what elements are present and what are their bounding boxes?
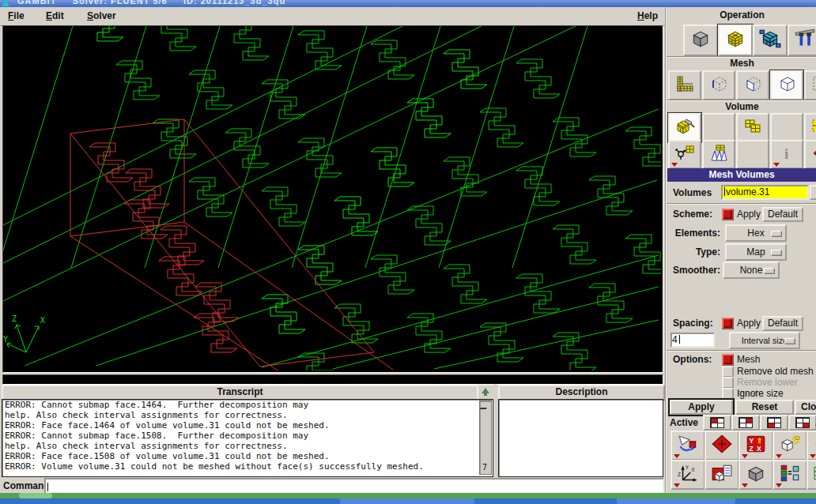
smooth-volume-icon [708, 143, 729, 164]
volumes-pick-button[interactable] [810, 185, 816, 200]
scheme-label: Scheme: [673, 209, 712, 220]
align-axes-button[interactable]: Y ⇑ Z X [739, 431, 773, 461]
svg-text:Z: Z [678, 472, 681, 477]
option-mesh-toggle[interactable] [722, 354, 734, 366]
volume-mesh-info-button[interactable]: i [770, 140, 803, 169]
graphics-viewport[interactable]: ZXY [2, 25, 663, 373]
red-arrow-icon [810, 143, 816, 164]
type-dropdown[interactable]: Map [725, 243, 787, 261]
face-mesh-icon [742, 73, 763, 94]
reset-button[interactable]: Reset [735, 400, 794, 415]
boundary-layer-mesh-button[interactable] [668, 70, 701, 100]
color-code-button[interactable] [773, 460, 807, 490]
volume-blank-button-1[interactable] [702, 113, 735, 142]
fit-to-window-button[interactable] [671, 431, 705, 461]
svg-text:Y: Y [749, 437, 754, 445]
transcript-scrollbar[interactable]: 7 [479, 401, 492, 475]
volume-blank-button-3[interactable] [736, 140, 769, 169]
transcript-log[interactable]: ERROR: Cannot submap face.1464. Further … [2, 399, 493, 477]
spacing-apply-toggle[interactable] [722, 318, 734, 329]
dropdown-triangle-icon [776, 454, 782, 458]
window-title: GAMBIT Solver: FLUENT 5/6 ID: 20111213_3… [17, 0, 285, 6]
render-mode-button[interactable] [739, 460, 773, 490]
option-remove-old-mesh-label: Remove old mesh [737, 366, 814, 377]
menu-file[interactable]: File [8, 10, 25, 21]
zones-command-button[interactable] [753, 24, 788, 56]
geometry-command-button[interactable] [683, 24, 718, 56]
orient-triad-button[interactable]: Y X Z [671, 460, 705, 490]
volumes-input[interactable]: volume.31 [721, 185, 809, 200]
menu-solver[interactable]: Solver [87, 10, 116, 21]
app-icon [2, 0, 9, 6]
option-remove-old-mesh-toggle[interactable] [722, 366, 734, 378]
operation-section-title: Operation [667, 9, 816, 21]
edge-mesh-icon [708, 73, 729, 94]
volume-mesh-button[interactable] [770, 70, 803, 100]
center-view-button[interactable] [705, 431, 739, 461]
operation-panel: Operation [665, 7, 816, 491]
stitch-volume-button[interactable] [804, 113, 816, 142]
color-legend-icon [779, 463, 801, 483]
render-cube-icon [745, 463, 767, 483]
smoother-label: Smoother: [668, 265, 720, 276]
panel-sash[interactable] [493, 385, 497, 477]
examine-mesh-icon [813, 463, 816, 483]
scheme-default-button[interactable]: Default [762, 207, 803, 222]
svg-text:Y: Y [3, 335, 8, 344]
apply-button[interactable]: Apply [670, 400, 733, 415]
zones-cube-icon [759, 28, 781, 50]
light-cube-icon [779, 434, 801, 454]
option-ignore-size-functions-toggle[interactable] [722, 388, 734, 400]
quadrant-1-button[interactable] [703, 415, 731, 431]
tools-command-button[interactable] [788, 24, 816, 56]
group-mesh-button[interactable] [804, 70, 816, 100]
volume-section-title: Volume [667, 101, 816, 112]
spacing-default-button[interactable]: Default [762, 316, 803, 331]
mesh-command-button[interactable] [718, 24, 753, 56]
wireframe-canvas: ZXY [3, 26, 661, 370]
scheme-apply-toggle[interactable] [722, 209, 734, 220]
form-divider [667, 350, 816, 352]
command-input[interactable] [44, 478, 664, 494]
axis-triad-icon: Y X Z [677, 463, 699, 483]
form-divider [667, 203, 816, 205]
elements-dropdown[interactable]: Hex [725, 224, 787, 242]
close-button[interactable]: Close [795, 400, 816, 415]
svg-text:i: i [784, 145, 788, 162]
spacing-input[interactable]: 4 [671, 333, 715, 348]
center-diamond-icon [711, 434, 733, 454]
transcript-line: ERROR: Cannot submap face.1508. Further … [2, 431, 493, 441]
volume-blank-button-2[interactable] [770, 113, 803, 142]
submap-volume-button[interactable] [736, 113, 769, 142]
examine-mesh-button[interactable] [807, 460, 816, 490]
face-mesh-button[interactable] [736, 70, 769, 100]
volume-mesh-icon [776, 73, 797, 94]
mesh-volumes-button[interactable] [668, 113, 701, 142]
edge-mesh-button[interactable] [702, 70, 735, 100]
menu-help[interactable]: Help [637, 10, 658, 21]
quadrant-4-button[interactable] [788, 415, 816, 431]
mesh-section-title: Mesh [667, 58, 816, 69]
menubar: File Edit Solver Help [0, 7, 665, 26]
quadrant-3-button[interactable] [760, 415, 788, 431]
smooth-volume-mesh-button[interactable] [702, 140, 735, 169]
window-titlebar[interactable]: GAMBIT Solver: FLUENT 5/6 ID: 20111213_3… [0, 0, 816, 7]
option-menu-glyph [784, 338, 795, 344]
spacing-mode-dropdown[interactable]: Interval size [729, 332, 800, 349]
menu-edit[interactable]: Edit [46, 10, 64, 21]
option-remove-lower-mesh-toggle[interactable] [722, 377, 734, 389]
link-volume-mesh-button[interactable] [668, 140, 701, 169]
smoother-dropdown[interactable]: None [723, 261, 780, 279]
link-mesh-icon [674, 143, 695, 164]
taskbar-strip[interactable] [0, 498, 816, 504]
delete-volume-mesh-button[interactable] [804, 140, 816, 169]
quadrant-2-button[interactable] [731, 415, 760, 431]
text-caret [679, 335, 680, 344]
viewport-bottom-strip [2, 374, 663, 385]
svg-text:X: X [40, 316, 45, 325]
type-label: Type: [668, 246, 720, 258]
specify-view-button[interactable] [705, 460, 739, 490]
info-icon: i [776, 143, 797, 164]
undo-button[interactable] [807, 431, 816, 461]
shade-light-button[interactable] [773, 431, 807, 461]
